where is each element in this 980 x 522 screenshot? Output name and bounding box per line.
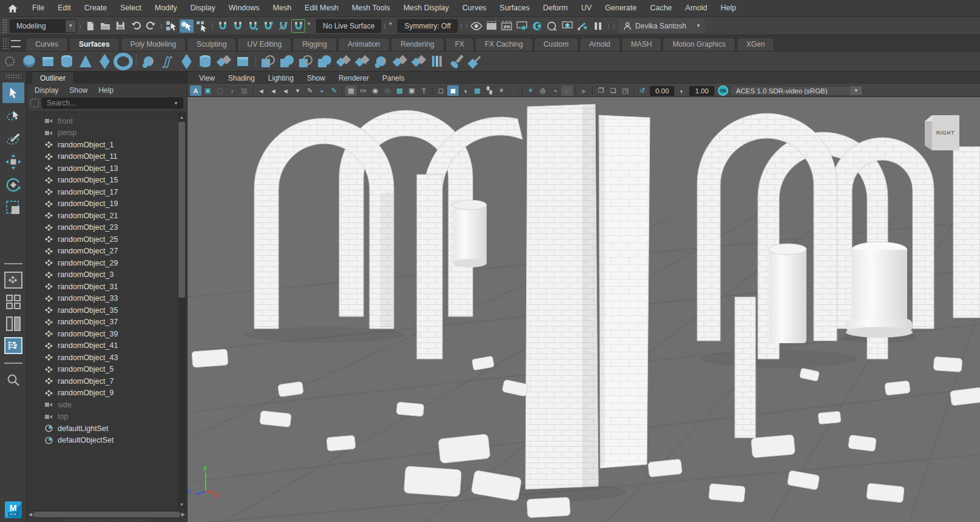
planar-icon[interactable] [178, 53, 194, 69]
panel-resize-handle[interactable] [63, 518, 150, 522]
snap-to-point-icon[interactable] [246, 19, 260, 33]
select-camera-icon[interactable]: ◄ [255, 85, 267, 96]
viewport-menu-item[interactable]: Renderer [332, 74, 376, 82]
render-setup-icon[interactable] [561, 19, 575, 33]
menu-item[interactable]: Edit Mesh [298, 0, 345, 16]
exposure-icon[interactable]: ↺ [637, 85, 648, 96]
home-icon[interactable] [5, 2, 21, 15]
snap-to-projected-center-icon[interactable] [261, 19, 275, 33]
use-default-material-icon[interactable]: ▚ [484, 85, 495, 96]
insert-isoparm-icon[interactable] [354, 53, 370, 69]
open-scene-button[interactable] [98, 19, 112, 33]
mask-icon[interactable]: ▣ [202, 85, 214, 96]
outliner-item[interactable]: randomObject_1 [27, 139, 187, 151]
outliner-item[interactable]: randomObject_13 [27, 162, 187, 175]
menu-item[interactable]: Mesh Display [397, 0, 456, 16]
nurbs-plane-icon[interactable] [96, 53, 112, 69]
viewport-menu-item[interactable]: Lighting [262, 74, 300, 82]
isolate-select-icon[interactable]: ▫ [561, 85, 573, 96]
shelf-tab[interactable]: Rigging [292, 38, 337, 51]
snapshot-icon[interactable]: ▨ [238, 85, 250, 96]
scroll-up-icon[interactable]: ▲ [179, 115, 184, 120]
menu-item[interactable]: File [25, 0, 51, 16]
nurbs-cube-icon[interactable] [40, 53, 56, 69]
attach-surfaces-icon[interactable] [392, 53, 408, 69]
shelf-tab[interactable]: Poly Modeling [121, 38, 186, 51]
outliner-menu-item[interactable]: Display [29, 86, 64, 95]
gamma-icon[interactable]: ◐ [676, 85, 688, 96]
separator[interactable]: | [590, 85, 595, 96]
outliner-item[interactable]: randomObject_35 [27, 304, 187, 316]
shelf-separator[interactable] [134, 53, 138, 69]
shelf-tab[interactable]: Sculpting [187, 38, 236, 51]
filter-icon[interactable] [30, 99, 39, 107]
shelf-gear-icon[interactable] [5, 56, 15, 66]
search-magnifier-icon[interactable] [2, 370, 24, 390]
user-account-menu[interactable]: Devika Santosh ▼ [618, 19, 705, 33]
revolve-icon[interactable] [141, 53, 157, 69]
intersect-surfaces-icon[interactable] [336, 53, 351, 69]
mask-off-icon[interactable]: ▢ [214, 85, 226, 96]
bevel-icon[interactable] [235, 53, 251, 69]
menu-set-selector[interactable]: Modeling ▼ [10, 19, 76, 33]
textured-icon[interactable]: ▩ [471, 85, 483, 96]
layout-two-pane-button[interactable] [4, 315, 22, 332]
safe-action-icon[interactable]: ▣ [406, 85, 417, 96]
outliner-item[interactable]: randomObject_27 [27, 246, 187, 258]
nurbs-sphere-icon[interactable] [21, 53, 37, 69]
outliner-item[interactable]: randomObject_3 [27, 269, 187, 281]
shelf-tab[interactable]: MASH [621, 38, 662, 51]
menu-item[interactable]: Display [184, 0, 222, 16]
select-hierarchy-icon[interactable] [164, 19, 178, 33]
menu-item[interactable]: Create [78, 0, 114, 16]
scroll-right-icon[interactable]: ▶ [181, 512, 185, 517]
view-cube[interactable]: RIGHT [925, 115, 959, 150]
select-component-icon[interactable] [195, 19, 209, 33]
separator[interactable]: | [573, 85, 578, 96]
outliner-item[interactable]: randomObject_41 [27, 340, 187, 352]
menu-item[interactable]: Cache [643, 0, 678, 16]
wireframe-on-shaded-icon[interactable]: ◑ [459, 85, 471, 96]
layout-four-pane-button[interactable] [4, 293, 22, 310]
toolbar-separator[interactable] [210, 19, 214, 33]
sculpt-surfaces-icon[interactable] [448, 53, 464, 69]
make-live-icon[interactable] [291, 19, 305, 33]
stack-shelf-icon[interactable] [430, 53, 445, 69]
lighting-icon[interactable]: ☀ [496, 85, 507, 96]
grease-pencil-tool-icon[interactable]: ✎ [304, 85, 316, 96]
lock-camera-icon[interactable]: ◄ [268, 85, 279, 96]
separator[interactable]: | [430, 85, 434, 96]
shelf-tab[interactable]: Rendering [391, 38, 444, 51]
half-tone-icon[interactable]: ◖ [226, 85, 238, 96]
menu-item[interactable]: Deform [536, 0, 575, 16]
untrim-icon[interactable] [317, 53, 333, 69]
render-view-icon[interactable] [470, 19, 484, 33]
outliner-item[interactable]: randomObject_15 [27, 175, 187, 187]
outliner-menu-item[interactable]: Help [93, 86, 119, 95]
smooth-shade-icon[interactable]: ◼ [447, 85, 459, 96]
menu-item[interactable]: Mesh [266, 0, 299, 16]
extrude-icon[interactable] [197, 53, 213, 69]
outliner-item[interactable]: randomObject_9 [27, 387, 187, 400]
menu-item[interactable]: Help [714, 0, 743, 16]
toolbar-drag-handle[interactable] [2, 19, 7, 33]
outliner-item[interactable]: randomObject_23 [27, 222, 187, 234]
pause-viewport-icon[interactable] [591, 19, 605, 33]
light-editor-icon[interactable]: ☀ [525, 85, 536, 96]
outliner-item[interactable]: randomObject_21 [27, 210, 187, 222]
save-scene-button[interactable] [113, 19, 127, 33]
menu-item[interactable]: Edit [51, 0, 78, 16]
toolbar-separator[interactable] [159, 19, 163, 33]
symmetry-field[interactable]: Symmetry: Off [397, 19, 457, 33]
annotate-icon[interactable]: ✎ [328, 85, 340, 96]
lasso-select-tool[interactable] [2, 105, 24, 126]
outliner-menu-item[interactable]: Show [64, 86, 93, 95]
shelf-tab[interactable]: Motion Graphics [663, 38, 735, 51]
ipr-render-icon[interactable]: IPR [500, 19, 514, 33]
wireframe-icon[interactable]: ◻ [435, 85, 447, 96]
toolbar-separator[interactable] [606, 19, 610, 33]
shelf-drag-handle[interactable] [2, 38, 8, 50]
maya-logo[interactable]: MAYA [5, 501, 22, 518]
viewport-menu-item[interactable]: View [192, 74, 221, 82]
toolbar-separator[interactable] [612, 19, 616, 33]
